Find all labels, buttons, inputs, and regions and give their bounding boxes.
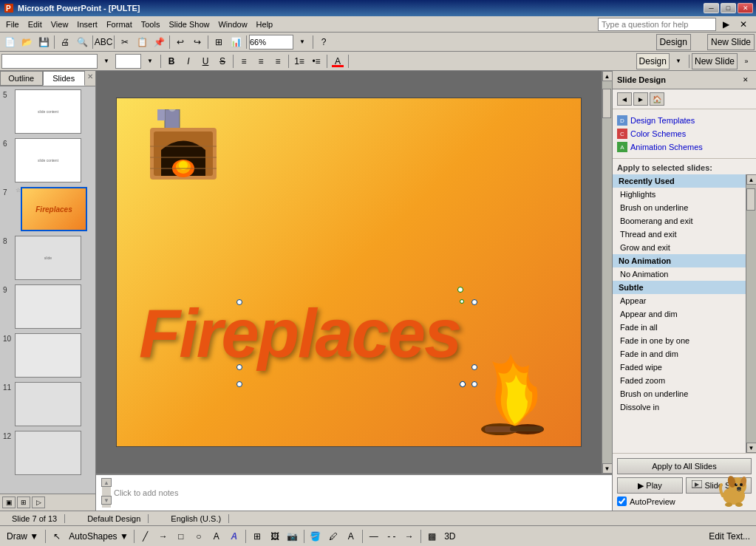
menu-help[interactable]: Help — [252, 18, 278, 30]
new-slide-button[interactable]: New Slide — [707, 34, 755, 50]
align-center-button[interactable]: ≡ — [253, 53, 269, 69]
shadow-button[interactable]: ▩ — [424, 528, 440, 545]
notes-scroll-up[interactable]: ▲ — [101, 478, 112, 487]
anim-faded-zoom[interactable]: Faded zoom — [613, 374, 746, 387]
autopreview-checkbox[interactable] — [617, 496, 627, 506]
handle-tm[interactable] — [460, 299, 464, 304]
wordart-tool[interactable]: A — [226, 528, 242, 545]
slide-thumb-9[interactable]: 9 — [3, 284, 92, 329]
zoom-input[interactable] — [249, 35, 293, 50]
normal-view-icon[interactable]: ▣ — [2, 496, 16, 508]
rect-tool[interactable]: □ — [173, 528, 189, 545]
open-button[interactable]: 📂 — [18, 34, 35, 50]
tab-outline[interactable]: Outline — [0, 71, 43, 86]
print-button[interactable]: 🖨 — [57, 34, 73, 50]
anim-appear-dim[interactable]: Appear and dim — [613, 307, 746, 321]
handle-mr[interactable] — [471, 364, 477, 370]
design-templates-link[interactable]: D Design Templates — [617, 114, 752, 127]
scroll-thumb[interactable] — [602, 89, 611, 118]
select-tool[interactable]: ↖ — [49, 528, 65, 545]
handle-bl[interactable] — [236, 381, 242, 387]
panel-scroll-track[interactable] — [746, 185, 756, 443]
preview-button[interactable]: 🔍 — [74, 34, 90, 50]
anim-highlights[interactable]: Highlights — [613, 188, 746, 201]
arrow-tool[interactable]: → — [155, 528, 171, 545]
font-name-input[interactable] — [1, 54, 98, 69]
spell-button[interactable]: ABC — [95, 34, 112, 50]
menu-insert[interactable]: Insert — [72, 18, 102, 30]
insert-chart-button[interactable]: 📊 — [228, 34, 244, 50]
slide-thumb-11[interactable]: 11 — [3, 382, 92, 426]
draw-button[interactable]: Draw ▼ — [3, 528, 42, 545]
strikethrough-button[interactable]: S — [214, 53, 231, 69]
animation-schemes-link[interactable]: A Animation Schemes — [617, 140, 752, 154]
insert-diagram-button[interactable]: ⊞ — [249, 528, 265, 545]
align-left-button[interactable]: ≡ — [236, 53, 252, 69]
numbering-button[interactable]: 1≡ — [291, 53, 307, 69]
color-schemes-link[interactable]: C Color Schemes — [617, 127, 752, 140]
font-size-dropdown[interactable]: ▼ — [142, 53, 158, 69]
font-name-dropdown[interactable]: ▼ — [98, 53, 115, 69]
line-style-button[interactable]: — — [366, 528, 382, 545]
menu-view[interactable]: View — [47, 18, 73, 30]
new-slide-btn2[interactable]: New Slide — [692, 53, 738, 69]
notes-scroll-down[interactable]: ▼ — [101, 496, 112, 505]
anim-faded-wipe[interactable]: Faded wipe — [613, 361, 746, 374]
panel-forward-button[interactable]: ► — [633, 92, 648, 106]
panel-scroll-down[interactable]: ▼ — [746, 443, 757, 453]
ask-question-input[interactable] — [598, 18, 716, 31]
minimize-button[interactable]: ─ — [704, 3, 719, 13]
font-size-input[interactable] — [115, 54, 141, 69]
new-button[interactable]: 📄 — [1, 34, 18, 50]
redo-button[interactable]: ↪ — [189, 34, 205, 50]
slide-thumb-5[interactable]: 5 slide content — [3, 89, 92, 134]
scroll-down-button[interactable]: ▼ — [602, 463, 613, 474]
slide-thumb-8[interactable]: 8 slide — [3, 236, 92, 280]
font-color-button[interactable]: A — [330, 53, 346, 69]
notes-area[interactable]: ▲ ▼ Click to add notes — [96, 474, 612, 511]
anim-thread[interactable]: Thread and exit — [613, 228, 746, 241]
slideshow-view-icon[interactable]: ▷ — [32, 496, 45, 508]
menu-edit[interactable]: Edit — [24, 18, 47, 30]
menu-file[interactable]: File — [1, 18, 24, 30]
anim-boomerang[interactable]: Boomerang and exit — [613, 214, 746, 228]
panel-close-button[interactable]: ✕ — [740, 74, 752, 86]
format-dropdown[interactable]: ▼ — [670, 53, 687, 69]
panel-scroll-thumb[interactable] — [746, 188, 755, 211]
copy-button[interactable]: 📋 — [134, 34, 150, 50]
close-button[interactable]: ✕ — [738, 3, 753, 13]
line-color-button[interactable]: 🖊 — [325, 528, 341, 545]
anim-fade-all[interactable]: Fade in all — [613, 321, 746, 334]
ask-close-button[interactable]: ✕ — [735, 16, 752, 33]
handle-ml[interactable] — [236, 364, 242, 370]
textbox-tool[interactable]: A — [208, 528, 225, 545]
anim-dissolve[interactable]: Dissolve in — [613, 400, 746, 414]
arrow-style-button[interactable]: → — [401, 528, 418, 545]
bold-button[interactable]: B — [163, 53, 180, 69]
help-button[interactable]: ? — [316, 34, 332, 50]
handle-tr[interactable] — [471, 299, 477, 305]
slide-thumb-6[interactable]: 6 slide content — [3, 138, 92, 182]
slide-thumb-7[interactable]: 7 ☆ Fireplaces — [3, 187, 92, 231]
main-slide[interactable]: Fireplaces — [116, 98, 582, 447]
ask-go-button[interactable]: ▶ — [718, 16, 734, 33]
menu-window[interactable]: Window — [214, 18, 251, 30]
line-tool[interactable]: ╱ — [137, 528, 154, 545]
paste-button[interactable]: 📌 — [151, 34, 167, 50]
bullets-button[interactable]: •≡ — [308, 53, 324, 69]
menu-slideshow[interactable]: Slide Show — [164, 18, 214, 30]
font-color-btn2[interactable]: A — [343, 528, 359, 545]
anim-brush-underline[interactable]: Brush on underline — [613, 201, 746, 214]
insert-picture-button[interactable]: 📷 — [285, 528, 301, 545]
edit-text-button[interactable]: Edit Text... — [706, 528, 753, 545]
menu-tools[interactable]: Tools — [137, 18, 165, 30]
zoom-dropdown-button[interactable]: ▼ — [294, 34, 310, 50]
cut-button[interactable]: ✂ — [117, 34, 133, 50]
fill-color-button[interactable]: 🪣 — [307, 528, 324, 545]
design-panel-button[interactable]: Design — [636, 53, 670, 69]
undo-button[interactable]: ↩ — [172, 34, 188, 50]
anim-brush-under2[interactable]: Brush on underline — [613, 387, 746, 400]
anim-grow[interactable]: Grow and exit — [613, 241, 746, 254]
more-button[interactable]: » — [738, 53, 755, 69]
maximize-button[interactable]: □ — [721, 3, 736, 13]
